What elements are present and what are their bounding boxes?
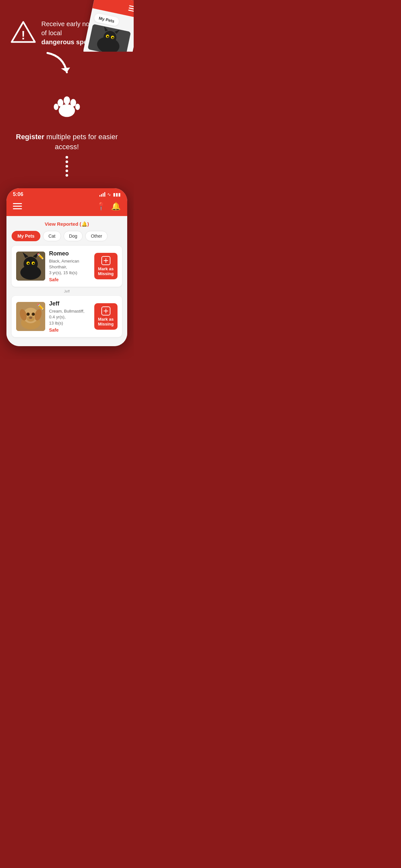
hamburger-line <box>13 206 22 207</box>
phone-content: View Reported (🔔) My Pets Cat Dog Other <box>6 216 127 346</box>
svg-marker-11 <box>61 67 70 72</box>
dog-filter-button[interactable]: Dog <box>64 231 83 241</box>
romeo-status: Safe <box>49 277 90 282</box>
status-time: 5:06 <box>13 191 23 197</box>
edit-jeff-icon[interactable]: ✏️ <box>37 303 44 310</box>
jeff-mark-missing-button[interactable]: Mark asMissing <box>94 303 118 330</box>
phone-header: 📍 🔔 <box>6 197 127 216</box>
svg-point-37 <box>33 314 34 315</box>
register-text: Register multiple pets for easier access… <box>8 132 126 152</box>
jeff-info: Jeff Cream, Bullmastiff, 0.4 yr(s), 13 l… <box>49 300 90 333</box>
phone-mockup: 5:06 ∿ ▮▮▮ 📍 🔔 <box>6 188 127 346</box>
top-section: My Pets <box>0 0 134 89</box>
romeo-mark-missing-button[interactable]: Mark asMissing <box>94 253 118 279</box>
svg-text:!: ! <box>21 29 25 42</box>
dotted-line <box>66 152 68 181</box>
warning-triangle-icon: ! <box>10 21 36 43</box>
wifi-icon: ∿ <box>107 192 111 197</box>
mark-missing-label-2: Mark asMissing <box>98 317 114 327</box>
paw-icon <box>52 92 81 127</box>
hamburger-line <box>13 203 22 204</box>
corner-phone-preview: My Pets <box>82 0 134 52</box>
corner-menu-icon <box>128 5 134 12</box>
svg-point-26 <box>33 263 35 265</box>
paw-section: Register multiple pets for easier access… <box>0 89 134 188</box>
jeff-label: Jeff <box>11 289 122 293</box>
pet-card-jeff: ✏️ Jeff Cream, Bullmastiff, 0.4 yr(s), 1… <box>11 296 122 337</box>
svg-point-16 <box>54 104 58 110</box>
plus-icon <box>101 256 111 265</box>
view-reported-bar: View Reported (🔔) <box>11 221 122 227</box>
header-icons: 📍 🔔 <box>96 202 121 211</box>
curved-arrow <box>0 46 116 82</box>
my-pets-button[interactable]: My Pets <box>11 231 40 241</box>
svg-point-20 <box>24 257 38 271</box>
jeff-status: Safe <box>49 328 90 333</box>
svg-point-17 <box>75 104 80 110</box>
hamburger-menu[interactable] <box>13 203 22 209</box>
plus-icon-2 <box>101 306 111 315</box>
pet-card-romeo: ✏️ Romeo Black, American Shorthair, 3 yr… <box>11 246 122 287</box>
hamburger-line <box>13 208 22 209</box>
svg-point-15 <box>70 99 76 106</box>
bell-icon[interactable]: 🔔 <box>111 202 121 211</box>
location-icon[interactable]: 📍 <box>96 202 106 211</box>
svg-point-36 <box>28 314 29 315</box>
romeo-details: Black, American Shorthair, 3 yr(s), 15 l… <box>49 258 90 276</box>
svg-point-13 <box>64 96 70 104</box>
jeff-name: Jeff <box>49 300 90 307</box>
svg-point-14 <box>58 99 63 106</box>
jeff-image: ✏️ <box>16 302 45 331</box>
cat-filter-button[interactable]: Cat <box>43 231 61 241</box>
mark-missing-label: Mark asMissing <box>98 267 114 276</box>
signal-icon <box>99 192 105 197</box>
edit-romeo-icon[interactable]: ✏️ <box>37 253 44 260</box>
jeff-details: Cream, Bullmastiff, 0.4 yr(s), 13 lb(s) <box>49 308 90 326</box>
status-bar: 5:06 ∿ ▮▮▮ <box>6 188 127 197</box>
svg-point-25 <box>28 263 29 265</box>
status-icons: ∿ ▮▮▮ <box>99 192 121 197</box>
romeo-image: ✏️ <box>16 252 45 281</box>
filter-tabs: My Pets Cat Dog Other <box>11 231 122 241</box>
battery-icon: ▮▮▮ <box>113 192 121 197</box>
corner-my-pets-label: My Pets <box>94 13 120 27</box>
romeo-name: Romeo <box>49 250 90 257</box>
romeo-info: Romeo Black, American Shorthair, 3 yr(s)… <box>49 250 90 283</box>
svg-point-39 <box>29 316 32 319</box>
view-reported-text[interactable]: View Reported (🔔) <box>44 221 89 227</box>
other-filter-button[interactable]: Other <box>85 231 107 241</box>
